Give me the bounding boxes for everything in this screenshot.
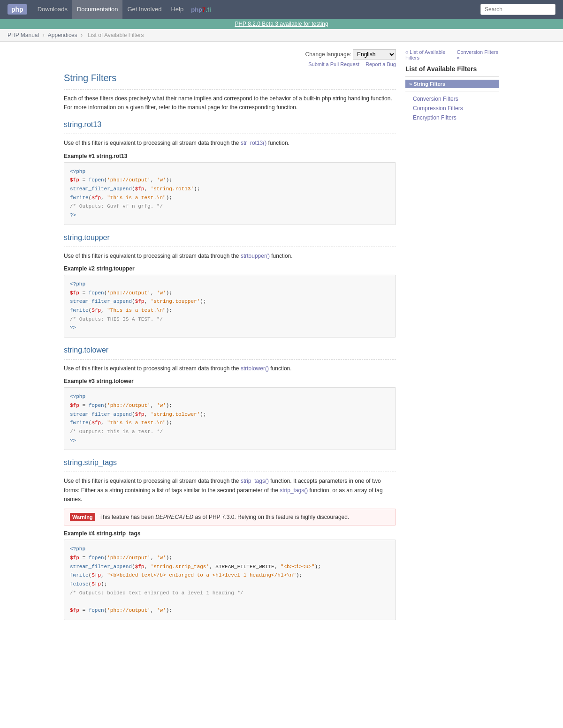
sidebar-prev-link[interactable]: « List of Available Filters — [405, 49, 457, 60]
submit-pull-request-link[interactable]: Submit a Pull Request — [308, 61, 359, 67]
tolower-example-label: Example #3 string.tolower — [64, 378, 396, 384]
tolower-description: Use of this filter is equivalent to proc… — [64, 364, 396, 373]
strip-tags-link1[interactable]: strip_tags() — [241, 478, 269, 484]
page-title: String Filters — [64, 73, 396, 86]
warning-box: Warning This feature has been DEPRECATED… — [64, 509, 396, 526]
strip-tags-code-block: <?php $fp = fopen('php://output', 'w'); … — [64, 540, 396, 620]
page-layout: Change language: English Japanese German… — [56, 42, 507, 634]
section-title-rot13: string.rot13 — [64, 120, 396, 131]
sidebar-encryption-filters[interactable]: Encryption Filters — [405, 113, 499, 122]
rot13-code-block: <?php $fp = fopen('php://output', 'w'); … — [64, 162, 396, 225]
breadcrumb-current: List of Available Filters — [88, 32, 144, 38]
title-divider — [64, 89, 396, 90]
section-title-toupper: string.toupper — [64, 233, 396, 244]
sidebar: « List of Available Filters Conversion F… — [405, 49, 499, 627]
breadcrumb-sep2: › — [81, 32, 84, 38]
section-title-tolower: string.tolower — [64, 346, 396, 356]
strip-tags-link2[interactable]: strip_tags() — [280, 487, 308, 494]
report-bug-link[interactable]: Report a Bug — [365, 61, 396, 67]
sidebar-next-link[interactable]: Conversion Filters » — [457, 49, 499, 60]
strip-tags-example-label: Example #4 string.strip_tags — [64, 530, 396, 537]
nav-downloads[interactable]: Downloads — [33, 0, 72, 19]
search-box-wrap — [480, 4, 555, 15]
warning-label: Warning — [70, 513, 95, 522]
top-navigation: php Downloads Documentation Get Involved… — [0, 0, 563, 19]
toupper-example-label: Example #2 string.toupper — [64, 265, 396, 272]
strip-tags-divider — [64, 472, 396, 472]
language-selector-wrap: Change language: English Japanese German… — [64, 49, 396, 60]
breadcrumb-php-manual[interactable]: PHP Manual — [8, 32, 39, 38]
toupper-divider — [64, 247, 396, 247]
rot13-description: Use of this filter is equivalent to proc… — [64, 139, 396, 148]
strip-tags-description: Use of this filter is equivalent to proc… — [64, 477, 396, 504]
warning-text: This feature has been DEPRECATED as of P… — [99, 514, 350, 520]
strtolower-link[interactable]: strtolower() — [241, 365, 269, 372]
toupper-code-block: <?php $fp = fopen('php://output', 'w'); … — [64, 275, 396, 338]
php-logo: php — [8, 4, 27, 15]
tolower-code-block: <?php $fp = fopen('php://output', 'w'); … — [64, 387, 396, 450]
breadcrumb-appendices[interactable]: Appendices — [48, 32, 77, 38]
str-rot13-link[interactable]: str_rot13() — [241, 140, 266, 146]
search-input[interactable] — [480, 4, 555, 15]
sidebar-nav-top: « List of Available Filters Conversion F… — [405, 49, 499, 60]
beta-banner: PHP 8.2.0 Beta 3 available for testing — [0, 19, 563, 29]
rot13-example-label: Example #1 string.rot13 — [64, 153, 396, 159]
rot13-divider — [64, 134, 396, 134]
language-label: Change language: — [305, 51, 351, 58]
sidebar-title-divider — [405, 76, 499, 77]
nav-get-involved[interactable]: Get Involved — [122, 0, 166, 19]
main-content: Change language: English Japanese German… — [64, 49, 396, 627]
language-select[interactable]: English Japanese German French Portugues… — [353, 49, 396, 60]
sidebar-divider1 — [405, 91, 499, 91]
page-intro: Each of these filters does precisely wha… — [64, 94, 396, 112]
nav-help[interactable]: Help — [166, 0, 188, 19]
tolower-divider — [64, 359, 396, 360]
sidebar-box-title: List of Available Filters — [405, 65, 499, 73]
lang-links: Submit a Pull Request Report a Bug — [64, 61, 396, 67]
toupper-description: Use of this filter is equivalent to proc… — [64, 252, 396, 261]
strtoupper-link[interactable]: strtoupper() — [241, 253, 270, 259]
breadcrumb: PHP Manual › Appendices › List of Availa… — [0, 29, 563, 42]
beta-banner-link[interactable]: PHP 8.2.0 Beta 3 available for testing — [235, 21, 328, 27]
breadcrumb-sep1: › — [43, 32, 46, 38]
sidebar-string-filters-label[interactable]: » String Filters — [405, 80, 499, 88]
sidebar-compression-filters[interactable]: Compression Filters — [405, 104, 499, 113]
nav-documentation[interactable]: Documentation — [72, 0, 122, 19]
phpfi-logo: php7.fi — [191, 6, 211, 13]
sidebar-conversion-filters[interactable]: Conversion Filters — [405, 94, 499, 104]
section-title-strip-tags: string.strip_tags — [64, 458, 396, 469]
